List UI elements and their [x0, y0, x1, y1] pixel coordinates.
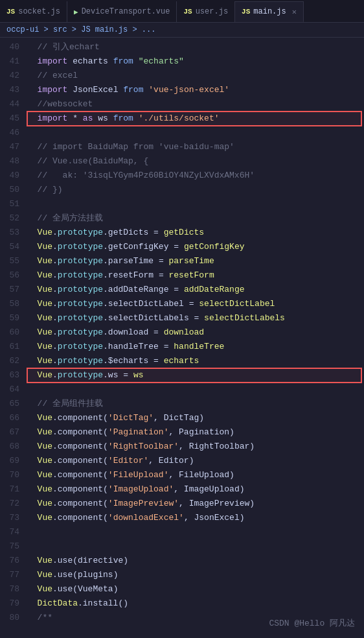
- code-token: , JsonExcel): [184, 513, 245, 523]
- vue-icon: ▶: [74, 8, 78, 16]
- code-token: .component(: [52, 484, 108, 494]
- code-token: Vue: [27, 228, 52, 237]
- code-line: Vue.use(directive): [27, 554, 361, 568]
- line-number: 60: [4, 325, 19, 340]
- line-number: 54: [4, 240, 19, 254]
- code-token: prototype: [58, 242, 103, 252]
- code-token: './utils/socket': [139, 113, 220, 123]
- code-line: // ak: '3isqLYGym4Pz60BiOY4NZyLXVdxAMx6H…: [27, 169, 361, 183]
- code-token: Vue: [27, 242, 52, 252]
- code-token: download: [164, 327, 204, 337]
- code-token: .use(directive): [52, 556, 128, 565]
- code-token: [27, 56, 38, 66]
- code-token: 'FileUpload': [108, 470, 169, 480]
- tab-user-label: user.js: [196, 7, 228, 16]
- code-line: Vue.prototype.addDateRange = addDateRang…: [27, 283, 361, 297]
- code-token: getConfigKey: [184, 242, 245, 252]
- code-token: =: [189, 313, 204, 323]
- code-token: echarts: [67, 56, 113, 66]
- line-number: 78: [4, 582, 19, 597]
- line-number: 72: [4, 497, 19, 511]
- code-token: Vue: [27, 327, 52, 337]
- line-number: 79: [4, 597, 19, 611]
- code-token: from: [113, 113, 133, 123]
- line-number: 52: [4, 211, 19, 226]
- code-token: .: [52, 228, 58, 237]
- code-token: ws: [133, 370, 144, 380]
- code-token: .: [103, 342, 108, 351]
- code-token: .: [52, 256, 58, 266]
- code-line: Vue.prototype.handleTree = handleTree: [27, 340, 361, 354]
- code-token: , RightToolbar): [179, 442, 255, 451]
- code-token: DictData: [27, 598, 78, 608]
- line-number: 59: [4, 311, 19, 325]
- line-number: 53: [4, 226, 19, 240]
- line-number: 55: [4, 254, 19, 268]
- code-token: //websocket: [27, 99, 93, 109]
- code-line: import JsonExcel from 'vue-json-excel': [27, 83, 361, 97]
- code-token: prototype: [58, 299, 103, 309]
- code-token: echarts: [164, 356, 199, 366]
- code-token: .component(: [52, 456, 108, 466]
- line-number: 58: [4, 297, 19, 311]
- line-number: 62: [4, 354, 19, 368]
- code-token: .: [103, 285, 108, 294]
- code-token: Vue: [27, 513, 52, 523]
- code-token: 'vue-json-excel': [148, 85, 229, 95]
- code-token: Vue: [27, 256, 52, 266]
- code-token: .: [52, 313, 58, 323]
- tab-socket[interactable]: JS socket.js: [0, 1, 67, 22]
- line-number: 77: [4, 568, 19, 582]
- code-token: Vue: [27, 370, 52, 380]
- tab-device-transport[interactable]: ▶ DeviceTransport.vue: [67, 1, 177, 22]
- code-token: .use(plugins): [52, 570, 118, 580]
- code-line: DictData.install(): [27, 597, 361, 611]
- code-token: .: [103, 356, 108, 366]
- line-number: 57: [4, 283, 19, 297]
- code-line: [27, 539, 361, 554]
- tab-user[interactable]: JS user.js: [177, 1, 235, 22]
- code-token: $echarts: [108, 356, 148, 366]
- code-token: import: [38, 113, 68, 123]
- code-token: // }): [27, 185, 63, 195]
- code-token: 'ImageUpload': [108, 484, 174, 494]
- line-number: 69: [4, 454, 19, 468]
- code-token: , Editor): [148, 456, 194, 466]
- tab-bar: JS socket.js ▶ DeviceTransport.vue JS us…: [0, 0, 364, 23]
- code-token: .component(: [52, 442, 108, 451]
- code-token: Vue: [27, 584, 52, 594]
- code-token: .: [52, 270, 58, 280]
- line-number: 49: [4, 169, 19, 183]
- code-token: =: [154, 270, 168, 280]
- line-number: 43: [4, 83, 19, 97]
- tab-device-label: DeviceTransport.vue: [82, 7, 170, 16]
- js-icon: JS: [6, 8, 15, 16]
- tab-main[interactable]: JS main.js ✕: [235, 1, 304, 22]
- code-token: .component(: [52, 470, 108, 480]
- js-icon-3: JS: [242, 8, 250, 16]
- line-number: 64: [4, 383, 19, 397]
- code-token: =: [148, 356, 163, 366]
- code-line: Vue.use(plugins): [27, 568, 361, 582]
- code-token: 'ImagePreview': [108, 499, 179, 508]
- code-token: import: [38, 56, 68, 66]
- code-token: .: [103, 256, 108, 266]
- code-line: Vue.component('RightToolbar', RightToolb…: [27, 440, 361, 454]
- code-token: =: [168, 242, 183, 252]
- code-token: // Vue.use(BaiduMap, {: [27, 156, 148, 166]
- line-numbers: 4041424344454647484950515253545556575859…: [0, 40, 25, 625]
- code-token: parseTime: [108, 256, 154, 266]
- code-token: handleTree: [108, 342, 159, 351]
- code-token: *: [67, 113, 82, 123]
- code-token: ws: [108, 370, 119, 380]
- code-token: .: [103, 242, 108, 252]
- code-lines: // 引入echart import echarts from "echarts…: [25, 40, 364, 625]
- breadcrumb-text: occp-ui > src > JS main.js > ...: [6, 25, 155, 34]
- code-token: Vue: [27, 556, 52, 565]
- line-number: 42: [4, 69, 19, 83]
- close-icon[interactable]: ✕: [292, 7, 297, 17]
- code-token: .component(: [52, 499, 108, 508]
- code-area: 4041424344454647484950515253545556575859…: [0, 38, 364, 625]
- code-token: .component(: [52, 427, 108, 437]
- code-token: .: [52, 356, 58, 366]
